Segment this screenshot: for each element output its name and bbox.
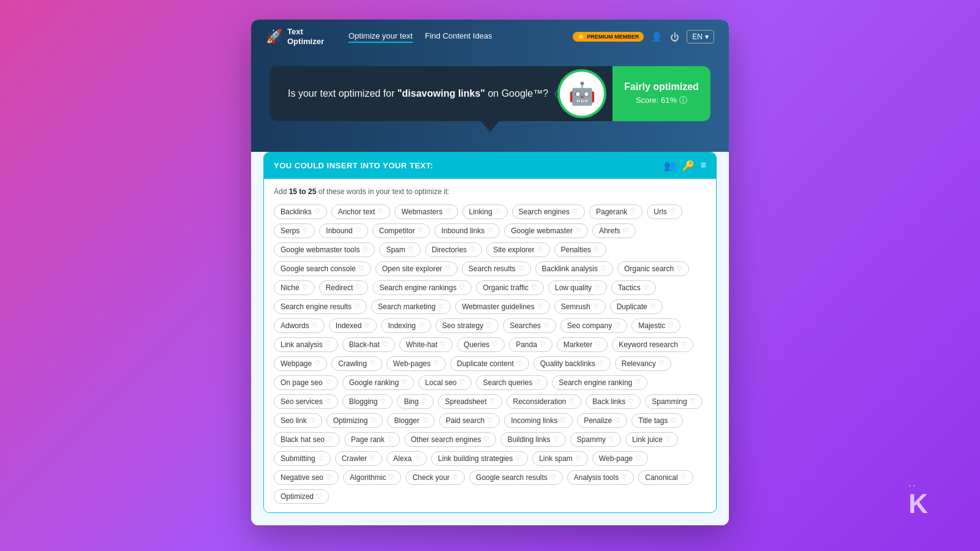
- tag-item[interactable]: Bing♡: [397, 394, 434, 409]
- tag-item[interactable]: Majestic♡: [631, 318, 680, 333]
- tag-item[interactable]: Urls♡: [647, 204, 682, 219]
- tag-item[interactable]: Algorithmic♡: [343, 470, 401, 485]
- tag-item[interactable]: Crawler♡: [335, 451, 382, 466]
- tag-item[interactable]: Semrush♡: [554, 299, 606, 314]
- tag-item[interactable]: Alexa♡: [386, 451, 427, 466]
- tag-item[interactable]: Webmasters♡: [394, 204, 458, 219]
- key-icon[interactable]: 🔑: [682, 160, 695, 171]
- tag-item[interactable]: Local seo♡: [418, 375, 472, 390]
- nav-optimize[interactable]: Optimize your text: [349, 31, 413, 43]
- tag-item[interactable]: Black-hat♡: [342, 337, 395, 352]
- tag-item[interactable]: Web-pages♡: [386, 356, 446, 371]
- tag-item[interactable]: Adwords♡: [274, 318, 325, 333]
- tag-item[interactable]: Searches♡: [503, 318, 556, 333]
- tag-item[interactable]: Open site explorer♡: [375, 261, 458, 276]
- tag-item[interactable]: Webpage♡: [274, 356, 327, 371]
- tag-item[interactable]: Backlinks♡: [274, 204, 327, 219]
- tag-item[interactable]: Site explorer♡: [486, 242, 549, 257]
- tag-item[interactable]: Black hat seo♡: [274, 432, 340, 447]
- power-icon[interactable]: ⏻: [670, 32, 679, 42]
- tag-item[interactable]: Panda♡: [509, 337, 552, 352]
- tag-item[interactable]: Title tags♡: [631, 413, 683, 428]
- tag-item[interactable]: Check your♡: [405, 470, 465, 485]
- tag-item[interactable]: Niche♡: [274, 280, 315, 295]
- nav-content[interactable]: Find Content Ideas: [425, 31, 492, 43]
- tag-item[interactable]: Competitor♡: [372, 223, 431, 238]
- tag-item[interactable]: Backlink analysis♡: [535, 261, 613, 276]
- tag-item[interactable]: Negative seo♡: [274, 470, 339, 485]
- tag-item[interactable]: Indexing♡: [381, 318, 431, 333]
- tag-item[interactable]: Penalize♡: [577, 413, 627, 428]
- tag-item[interactable]: Search engines♡: [512, 204, 585, 219]
- tag-item[interactable]: Crawling♡: [331, 356, 382, 371]
- tag-item[interactable]: Link building strategies♡: [431, 451, 528, 466]
- tag-item[interactable]: Search marketing♡: [371, 299, 451, 314]
- tag-item[interactable]: Blogging♡: [342, 394, 393, 409]
- tag-item[interactable]: Reconsideration♡: [507, 394, 582, 409]
- layers-icon[interactable]: ≡: [701, 160, 706, 171]
- tag-item[interactable]: Low quality♡: [548, 280, 607, 295]
- tag-item[interactable]: Queries♡: [457, 337, 505, 352]
- tag-item[interactable]: Penalties♡: [554, 242, 606, 257]
- tag-item[interactable]: Duplicate♡: [610, 299, 663, 314]
- tag-item[interactable]: Relevancy♡: [615, 356, 671, 371]
- tag-item[interactable]: Google search results♡: [469, 470, 563, 485]
- tag-item[interactable]: Spam♡: [379, 242, 420, 257]
- tag-item[interactable]: Search queries♡: [476, 375, 548, 390]
- tag-item[interactable]: Search results♡: [462, 261, 531, 276]
- tag-item[interactable]: Google webmaster♡: [504, 223, 588, 238]
- tag-item[interactable]: Linking♡: [462, 204, 508, 219]
- tag-item[interactable]: Incoming links♡: [504, 413, 573, 428]
- tag-item[interactable]: Optimized♡: [274, 489, 329, 504]
- tag-item[interactable]: Quality backlinks♡: [533, 356, 611, 371]
- tag-item[interactable]: Webmaster guidelines♡: [455, 299, 550, 314]
- tag-item[interactable]: Paid search♡: [439, 413, 500, 428]
- tag-item[interactable]: Link juice♡: [625, 432, 678, 447]
- tag-item[interactable]: Web-page♡: [592, 451, 648, 466]
- tag-item[interactable]: Back links♡: [586, 394, 641, 409]
- tag-item[interactable]: Pagerank♡: [589, 204, 643, 219]
- tag-item[interactable]: Submitting♡: [274, 451, 331, 466]
- tag-item[interactable]: Google search console♡: [274, 261, 371, 276]
- tag-item[interactable]: Marketer♡: [557, 337, 608, 352]
- tag-item[interactable]: Page rank♡: [344, 432, 400, 447]
- tag-item[interactable]: Keyword research♡: [612, 337, 693, 352]
- tag-item[interactable]: Search engine rankings♡: [372, 280, 472, 295]
- tag-item[interactable]: Search engine results♡: [274, 299, 367, 314]
- tag-item[interactable]: Other search engines♡: [404, 432, 497, 447]
- tag-item[interactable]: Seo strategy♡: [435, 318, 499, 333]
- tag-item[interactable]: Duplicate content♡: [450, 356, 529, 371]
- tag-item[interactable]: Link spam♡: [532, 451, 588, 466]
- tag-item[interactable]: Search engine ranking♡: [552, 375, 647, 390]
- tag-item[interactable]: Ahrefs♡: [592, 223, 636, 238]
- tag-item[interactable]: Tactics♡: [611, 280, 656, 295]
- tag-item[interactable]: Seo company♡: [560, 318, 627, 333]
- tag-item[interactable]: Spamming♡: [645, 394, 702, 409]
- people-icon[interactable]: 👥: [664, 160, 676, 171]
- tag-item[interactable]: Organic traffic♡: [476, 280, 543, 295]
- user-icon[interactable]: 👤: [651, 31, 663, 42]
- tag-item[interactable]: Indexed♡: [329, 318, 377, 333]
- tag-item[interactable]: Link analysis♡: [274, 337, 338, 352]
- tag-item[interactable]: Google ranking♡: [342, 375, 414, 390]
- tag-item[interactable]: Building links♡: [500, 432, 565, 447]
- tag-item[interactable]: White-hat♡: [399, 337, 453, 352]
- tag-item[interactable]: Spammy♡: [570, 432, 621, 447]
- tag-item[interactable]: Organic search♡: [617, 261, 689, 276]
- tag-item[interactable]: On page seo♡: [274, 375, 338, 390]
- tag-item[interactable]: Directories♡: [425, 242, 482, 257]
- tag-item[interactable]: Analysis tools♡: [567, 470, 634, 485]
- tag-item[interactable]: Anchor text♡: [331, 204, 391, 219]
- tag-item[interactable]: Inbound links♡: [434, 223, 500, 238]
- tag-item[interactable]: Seo link♡: [274, 413, 322, 428]
- tag-item[interactable]: Seo services♡: [274, 394, 338, 409]
- tag-item[interactable]: Serps♡: [274, 223, 315, 238]
- tag-item[interactable]: Spreadsheet♡: [438, 394, 502, 409]
- tag-item[interactable]: Blogger♡: [387, 413, 434, 428]
- language-selector[interactable]: EN ▾: [687, 30, 714, 43]
- tag-item[interactable]: Redirect♡: [319, 280, 369, 295]
- tag-item[interactable]: Inbound♡: [319, 223, 368, 238]
- tag-item[interactable]: Google webmaster tools♡: [274, 242, 375, 257]
- tag-item[interactable]: Optimizing♡: [326, 413, 383, 428]
- tag-item[interactable]: Canonical♡: [638, 470, 693, 485]
